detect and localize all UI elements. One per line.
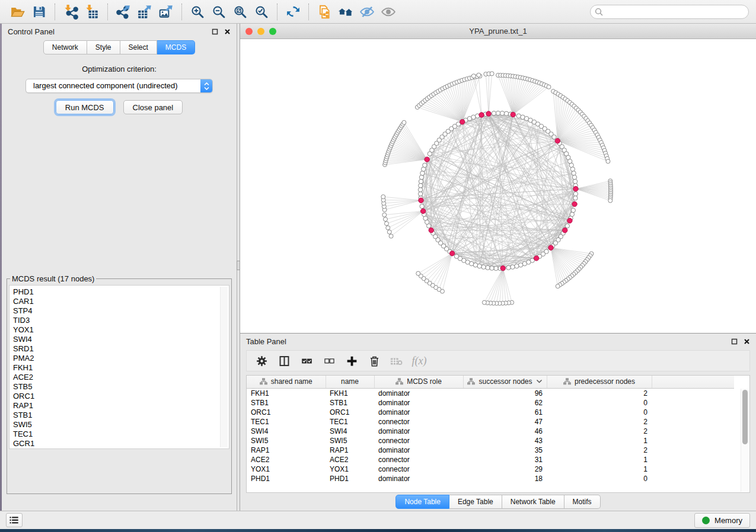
- duplicate-network-button[interactable]: [314, 2, 335, 21]
- network-node[interactable]: [419, 175, 423, 180]
- table-row[interactable]: TEC1TEC1connector472: [247, 417, 734, 427]
- float-table-panel-button[interactable]: [731, 338, 738, 345]
- network-node[interactable]: [494, 266, 498, 270]
- table-cell[interactable]: SWI4: [247, 427, 326, 436]
- network-node[interactable]: [556, 284, 560, 289]
- zoom-out-button[interactable]: [208, 2, 229, 21]
- network-node[interactable]: [402, 120, 406, 124]
- table-cell[interactable]: 0: [547, 398, 652, 408]
- tab-style[interactable]: Style: [87, 40, 120, 55]
- network-node[interactable]: [471, 74, 476, 78]
- network-node[interactable]: [481, 265, 486, 269]
- unselect-all-button[interactable]: [319, 352, 339, 370]
- run-mcds-button[interactable]: Run MCDS: [56, 100, 114, 114]
- zoom-fit-button[interactable]: [229, 2, 251, 21]
- network-node[interactable]: [416, 271, 420, 275]
- network-node[interactable]: [386, 226, 390, 230]
- network-hub-node[interactable]: [572, 201, 577, 206]
- tab-node-table[interactable]: Node Table: [395, 495, 449, 509]
- tab-network-table[interactable]: Network Table: [502, 495, 564, 509]
- network-node[interactable]: [454, 254, 458, 258]
- network-node[interactable]: [504, 111, 508, 116]
- table-cell[interactable]: 62: [463, 398, 547, 408]
- network-node[interactable]: [383, 217, 387, 222]
- column-header-predecessor-nodes[interactable]: predecessor nodes: [547, 376, 652, 388]
- network-node[interactable]: [573, 196, 578, 200]
- table-cell[interactable]: STB1: [247, 398, 326, 408]
- mcds-result-item[interactable]: ORC1: [13, 392, 229, 401]
- network-hub-node[interactable]: [460, 119, 465, 124]
- mcds-result-item[interactable]: CAR1: [13, 297, 229, 306]
- mcds-result-item[interactable]: TEC1: [13, 430, 229, 439]
- column-header-successor-nodes[interactable]: successor nodes: [463, 376, 547, 388]
- table-cell[interactable]: YOX1: [326, 464, 374, 474]
- table-cell[interactable]: SWI5: [247, 436, 326, 446]
- network-hub-node[interactable]: [449, 251, 454, 256]
- table-cell[interactable]: ORC1: [326, 408, 374, 417]
- table-cell[interactable]: 2: [547, 427, 652, 436]
- network-node[interactable]: [486, 265, 490, 270]
- minimize-window-button[interactable]: [257, 28, 264, 35]
- show-all-button[interactable]: [378, 2, 399, 21]
- network-node[interactable]: [419, 184, 423, 188]
- network-node[interactable]: [571, 208, 575, 212]
- table-row[interactable]: STB1STB1dominator620: [247, 398, 734, 408]
- network-node[interactable]: [423, 163, 427, 167]
- table-row[interactable]: ORC1ORC1dominator610: [247, 408, 734, 417]
- table-cell[interactable]: 61: [463, 408, 547, 417]
- close-table-panel-button[interactable]: [744, 338, 750, 345]
- mcds-result-item[interactable]: SWI4: [13, 335, 229, 344]
- table-cell[interactable]: YOX1: [247, 464, 326, 474]
- tab-mcds[interactable]: MCDS: [157, 40, 195, 55]
- table-cell[interactable]: connector: [374, 455, 463, 464]
- network-hub-node[interactable]: [479, 113, 484, 117]
- table-row[interactable]: YOX1YOX1connector291: [247, 464, 734, 474]
- table-cell[interactable]: FKH1: [326, 388, 374, 398]
- table-cell[interactable]: 29: [463, 464, 547, 474]
- network-hub-node[interactable]: [486, 111, 491, 116]
- network-node[interactable]: [492, 111, 496, 115]
- float-panel-button[interactable]: [212, 28, 218, 35]
- table-cell[interactable]: PHD1: [326, 474, 374, 483]
- network-node[interactable]: [384, 222, 388, 226]
- table-cell[interactable]: 2: [547, 417, 652, 427]
- network-canvas[interactable]: [240, 39, 756, 333]
- table-cell[interactable]: 1: [547, 455, 652, 464]
- apply-layout-button[interactable]: [282, 2, 304, 21]
- mcds-result-item[interactable]: YOX1: [13, 325, 229, 335]
- mcds-result-item[interactable]: FKH1: [13, 363, 229, 373]
- table-cell[interactable]: dominator: [374, 408, 463, 417]
- network-hub-node[interactable]: [429, 227, 433, 232]
- mcds-result-item[interactable]: SWI5: [13, 420, 229, 430]
- table-cell[interactable]: connector: [374, 436, 463, 446]
- export-image-button[interactable]: [155, 2, 177, 21]
- import-network-button[interactable]: [60, 2, 81, 21]
- mcds-result-item[interactable]: PHD1: [13, 287, 229, 297]
- table-settings-button[interactable]: [251, 352, 272, 370]
- network-node[interactable]: [420, 204, 424, 209]
- network-node[interactable]: [552, 135, 556, 139]
- network-node[interactable]: [606, 159, 610, 164]
- table-cell[interactable]: 0: [547, 408, 652, 417]
- network-node[interactable]: [490, 72, 494, 76]
- table-cell[interactable]: STB1: [326, 398, 374, 408]
- table-cell[interactable]: SWI4: [326, 427, 374, 436]
- network-node[interactable]: [608, 198, 613, 203]
- network-node[interactable]: [419, 180, 423, 184]
- network-node[interactable]: [506, 265, 511, 270]
- criterion-dropdown[interactable]: largest connected component (undirected): [25, 79, 213, 93]
- network-node[interactable]: [573, 192, 578, 196]
- delete-table-button[interactable]: [387, 352, 407, 370]
- table-row[interactable]: FKH1FKH1dominator962: [247, 388, 734, 398]
- column-header-shared-name[interactable]: shared name: [247, 376, 326, 388]
- network-hub-node[interactable]: [425, 157, 429, 162]
- network-node[interactable]: [496, 111, 500, 115]
- delete-column-button[interactable]: [364, 352, 384, 370]
- add-column-button[interactable]: [342, 352, 362, 370]
- table-cell[interactable]: RAP1: [247, 446, 326, 455]
- search-input[interactable]: [590, 5, 749, 19]
- mcds-result-item[interactable]: ACE2: [13, 373, 229, 382]
- table-cell[interactable]: ACE2: [247, 455, 326, 464]
- network-node[interactable]: [565, 224, 569, 228]
- task-history-button[interactable]: [6, 513, 23, 527]
